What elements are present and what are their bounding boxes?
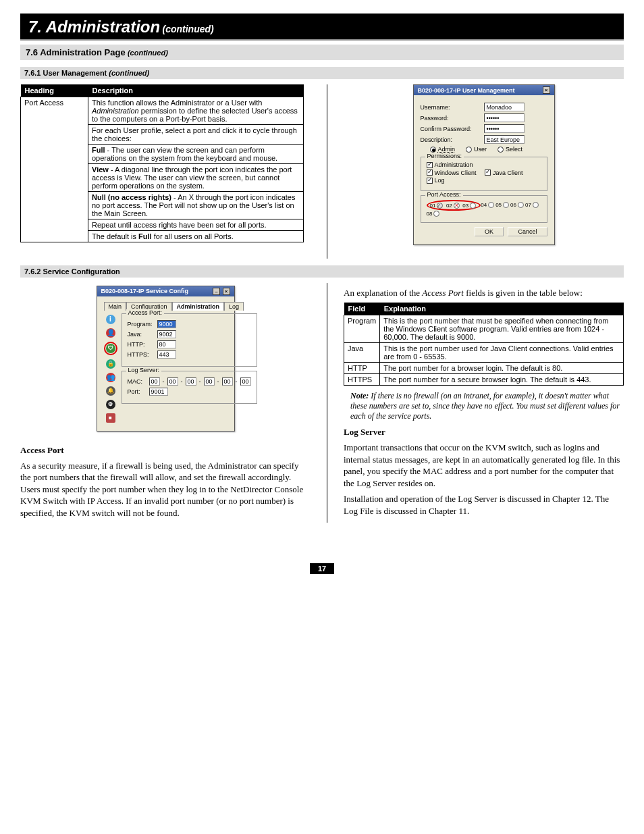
port-08[interactable]: 08 [427,211,440,217]
subsection-7-6-2: 7.6.2 Service Configuration [20,265,624,278]
service-config-dialog: B020-008-17-IP Service Config – × Main C… [97,286,235,432]
cancel-button[interactable]: Cancel [508,227,547,236]
port-06[interactable]: 06 [510,200,524,211]
field-expl: This is the port number used for Java Cl… [380,343,624,363]
username-field[interactable]: Monadoo [484,103,525,111]
field-expl: This is the port number that must be spe… [380,315,624,343]
port-field[interactable]: 9001 [149,388,168,396]
confirm-password-field[interactable]: •••••• [484,124,525,133]
shield-icon[interactable]: 🛡 [106,344,115,353]
access-port-group: Access Port: Program:9000 Java:9002 HTTP… [122,313,257,367]
mac-field-3[interactable]: 00 [204,377,215,386]
program-field[interactable]: 9000 [157,320,176,328]
http-field[interactable]: 80 [157,340,176,348]
icon-highlight-oval: 🛡 [104,342,117,355]
port-03[interactable]: 03 [462,203,476,209]
log-server-group: Log Server: MAC: 00- 00- 00- 00- 00- 00 … [122,371,257,404]
access-port-field-table: Field Explanation ProgramThis is the por… [344,303,624,386]
table-cell: Repeat until access rights have been set… [88,219,304,231]
col-field: Field [344,303,380,315]
role-user-radio[interactable]: User [466,146,487,153]
col-explanation: Explanation [380,303,624,315]
perm-java-checkbox[interactable]: Java Client [485,170,523,176]
log-server-p1: Important transactions that occur on the… [344,442,624,489]
field-table-intro: An explanation of the Access Port fields… [344,287,624,299]
row-heading: Port Access [21,97,88,242]
portaccess-group: Port Access: 01⁄ 02× 03 04 05 06 07 08 [421,195,547,223]
mac-field-2[interactable]: 00 [186,377,196,386]
permissions-group: Permissions: Administration Windows Clie… [421,157,547,191]
table-cell: The default is Full for all users on all… [88,231,304,242]
https-field[interactable]: 443 [157,350,176,359]
tab-main[interactable]: Main [104,302,127,311]
field-expl: The port number for a secure browser log… [380,374,624,386]
java-field[interactable]: 9002 [157,330,176,338]
chapter-header: 7. Administration (continued) [20,14,624,41]
tab-administration[interactable]: Administration [172,302,225,311]
mac-field-4[interactable]: 00 [222,377,233,386]
user-icon[interactable]: 👤 [106,328,115,338]
ok-button[interactable]: OK [475,227,504,236]
port-02[interactable]: 02× [446,203,460,209]
table-cell: View - A diagonal line through the port … [88,164,304,192]
port-highlight-oval: 01⁄ 02× 03 [427,200,481,211]
close-icon[interactable]: × [543,86,550,94]
table-cell: Full - The user can view the screen and … [88,145,304,164]
description-label: Description: [421,136,480,143]
close-icon[interactable]: × [223,288,230,295]
perm-admin-checkbox[interactable]: Administration [427,161,473,168]
field-name: Program [344,315,380,343]
mac-field-5[interactable]: 00 [240,377,251,386]
https-label: HTTPS: [128,351,155,358]
access-port-paragraph: As a security measure, if a firewall is … [20,460,311,519]
program-label: Program: [128,321,155,328]
port-07[interactable]: 07 [525,200,539,211]
info-icon[interactable]: i [106,315,115,324]
field-name: HTTP [344,363,380,374]
gear-icon[interactable]: ⚙ [106,400,115,409]
password-field[interactable]: •••••• [484,113,525,122]
perm-log-checkbox[interactable]: Log [427,177,445,184]
mac-label: MAC: [128,378,146,385]
field-name: HTTPS [344,374,380,386]
subsection-title: 7.6.2 Service Configuration [24,267,120,276]
table-cell: Null (no access rights) - An X through t… [88,192,304,219]
lock-icon[interactable]: 🔒 [106,359,115,369]
subsection-7-6-1: 7.6.1 User Management (continued) [20,67,624,79]
bell-icon[interactable]: 🔔 [106,386,115,396]
port-label: Port: [128,388,146,395]
section-title: 7.6 Administration Page [26,47,126,57]
dialog-title: B020-008-17-IP User Management [418,87,515,94]
mac-field-1[interactable]: 00 [167,377,178,386]
password-label: Password: [421,115,480,122]
field-expl: The port number for a browser login. The… [380,363,624,374]
users-icon[interactable]: 👥 [106,373,115,382]
tab-log[interactable]: Log [224,302,244,311]
port-01[interactable]: 01⁄ [430,203,444,209]
note-text: Note: If there is no firewall (on an int… [350,391,624,421]
port-04[interactable]: 04 [481,200,494,211]
minimize-icon[interactable]: – [213,288,220,295]
port-05[interactable]: 05 [495,200,509,211]
page-number: 17 [310,563,334,574]
role-select-radio[interactable]: Select [498,146,522,153]
http-label: HTTP: [128,341,155,348]
section-header: 7.6 Administration Page (continued) [20,45,624,60]
access-port-heading: Access Port [20,445,311,456]
field-name: Java [344,343,380,363]
role-admin-radio[interactable]: Admin [430,146,456,153]
subsection-continued: (continued) [109,69,149,77]
column-divider [327,283,327,523]
table-cell: This function allows the Administrator o… [88,97,304,125]
confirm-password-label: Confirm Password: [421,126,480,132]
misc-icon[interactable]: ■ [106,413,115,423]
perm-win-checkbox[interactable]: Windows Client [427,170,477,176]
section-continued: (continued) [128,49,168,57]
column-divider [327,84,327,259]
chapter-title: 7. Administration [28,18,160,36]
mac-field-0[interactable]: 00 [149,377,160,386]
description-field[interactable]: East Europe [484,135,525,144]
chapter-continued: (continued) [162,24,213,34]
port-access-table: Heading Description Port Access This fun… [20,84,304,242]
col-description: Description [88,84,304,97]
